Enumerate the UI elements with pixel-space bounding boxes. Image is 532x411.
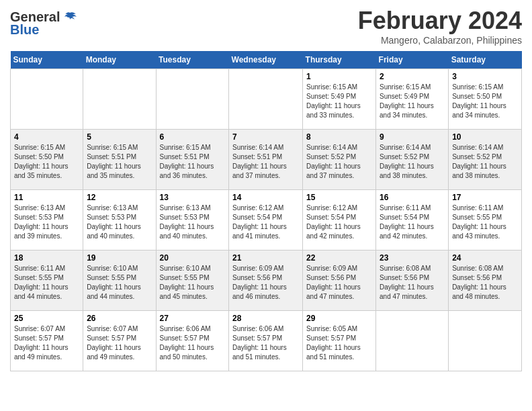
table-cell: 7Sunrise: 6:14 AM Sunset: 5:51 PM Daylig… (229, 130, 303, 190)
day-number: 24 (452, 253, 518, 263)
header-saturday: Saturday (449, 51, 522, 69)
calendar-week-row: 25Sunrise: 6:07 AM Sunset: 5:57 PM Dayli… (11, 311, 522, 371)
day-info: Sunrise: 6:15 AM Sunset: 5:51 PM Dayligh… (160, 143, 226, 181)
day-info: Sunrise: 6:10 AM Sunset: 5:55 PM Dayligh… (160, 264, 226, 302)
day-info: Sunrise: 6:10 AM Sunset: 5:55 PM Dayligh… (87, 264, 152, 302)
table-cell: 8Sunrise: 6:14 AM Sunset: 5:52 PM Daylig… (303, 130, 376, 190)
table-cell: 28Sunrise: 6:06 AM Sunset: 5:57 PM Dayli… (229, 311, 303, 371)
day-info: Sunrise: 6:13 AM Sunset: 5:53 PM Dayligh… (87, 203, 152, 241)
day-number: 27 (160, 314, 226, 323)
table-cell: 24Sunrise: 6:08 AM Sunset: 5:56 PM Dayli… (449, 250, 522, 311)
table-cell (449, 311, 522, 371)
day-info: Sunrise: 6:07 AM Sunset: 5:57 PM Dayligh… (14, 324, 79, 362)
day-info: Sunrise: 6:09 AM Sunset: 5:56 PM Dayligh… (306, 264, 372, 302)
table-cell: 27Sunrise: 6:06 AM Sunset: 5:57 PM Dayli… (156, 311, 229, 371)
table-cell: 16Sunrise: 6:11 AM Sunset: 5:54 PM Dayli… (376, 190, 449, 250)
day-number: 15 (306, 193, 372, 202)
day-info: Sunrise: 6:13 AM Sunset: 5:53 PM Dayligh… (14, 203, 79, 241)
table-cell: 10Sunrise: 6:14 AM Sunset: 5:52 PM Dayli… (449, 130, 522, 190)
day-info: Sunrise: 6:12 AM Sunset: 5:54 PM Dayligh… (306, 203, 372, 241)
day-number: 5 (87, 132, 152, 142)
day-number: 23 (380, 253, 445, 263)
header-friday: Friday (376, 51, 449, 69)
table-cell: 13Sunrise: 6:13 AM Sunset: 5:53 PM Dayli… (156, 190, 229, 250)
calendar-week-row: 4Sunrise: 6:15 AM Sunset: 5:50 PM Daylig… (11, 130, 522, 190)
table-cell (83, 69, 156, 130)
calendar-table: Sunday Monday Tuesday Wednesday Thursday… (10, 51, 522, 371)
day-number: 9 (380, 132, 445, 142)
day-number: 7 (232, 132, 299, 142)
table-cell (156, 69, 229, 130)
table-cell: 22Sunrise: 6:09 AM Sunset: 5:56 PM Dayli… (303, 250, 376, 311)
day-info: Sunrise: 6:06 AM Sunset: 5:57 PM Dayligh… (160, 324, 226, 362)
day-number: 21 (232, 253, 299, 263)
table-cell (11, 69, 83, 130)
table-cell: 25Sunrise: 6:07 AM Sunset: 5:57 PM Dayli… (11, 311, 83, 371)
table-cell: 5Sunrise: 6:15 AM Sunset: 5:51 PM Daylig… (83, 130, 156, 190)
day-info: Sunrise: 6:11 AM Sunset: 5:54 PM Dayligh… (380, 203, 445, 241)
calendar-week-row: 18Sunrise: 6:11 AM Sunset: 5:55 PM Dayli… (11, 250, 522, 311)
day-number: 18 (14, 253, 79, 263)
day-number: 14 (232, 193, 299, 202)
day-info: Sunrise: 6:06 AM Sunset: 5:57 PM Dayligh… (232, 324, 299, 362)
day-info: Sunrise: 6:11 AM Sunset: 5:55 PM Dayligh… (452, 203, 518, 241)
day-number: 2 (380, 72, 445, 81)
day-info: Sunrise: 6:15 AM Sunset: 5:49 PM Dayligh… (306, 83, 372, 120)
day-number: 25 (14, 314, 79, 323)
day-number: 20 (160, 253, 226, 263)
day-number: 8 (306, 132, 372, 142)
table-cell: 20Sunrise: 6:10 AM Sunset: 5:55 PM Dayli… (156, 250, 229, 311)
day-info: Sunrise: 6:15 AM Sunset: 5:49 PM Dayligh… (380, 83, 445, 120)
day-info: Sunrise: 6:15 AM Sunset: 5:51 PM Dayligh… (87, 143, 152, 181)
location-subtitle: Mangero, Calabarzon, Philippines (358, 35, 522, 46)
calendar-week-row: 1Sunrise: 6:15 AM Sunset: 5:49 PM Daylig… (11, 69, 522, 130)
day-number: 22 (306, 253, 372, 263)
day-info: Sunrise: 6:07 AM Sunset: 5:57 PM Dayligh… (87, 324, 152, 362)
day-number: 29 (306, 314, 372, 323)
day-info: Sunrise: 6:08 AM Sunset: 5:56 PM Dayligh… (380, 264, 445, 302)
table-cell: 3Sunrise: 6:15 AM Sunset: 5:50 PM Daylig… (449, 69, 522, 130)
header-tuesday: Tuesday (156, 51, 229, 69)
table-cell: 9Sunrise: 6:14 AM Sunset: 5:52 PM Daylig… (376, 130, 449, 190)
day-info: Sunrise: 6:14 AM Sunset: 5:52 PM Dayligh… (452, 143, 518, 181)
table-cell: 11Sunrise: 6:13 AM Sunset: 5:53 PM Dayli… (11, 190, 83, 250)
day-info: Sunrise: 6:13 AM Sunset: 5:53 PM Dayligh… (160, 203, 226, 241)
day-info: Sunrise: 6:08 AM Sunset: 5:56 PM Dayligh… (452, 264, 518, 302)
calendar-week-row: 11Sunrise: 6:13 AM Sunset: 5:53 PM Dayli… (11, 190, 522, 250)
table-cell: 26Sunrise: 6:07 AM Sunset: 5:57 PM Dayli… (83, 311, 156, 371)
table-cell (376, 311, 449, 371)
header-monday: Monday (83, 51, 156, 69)
day-number: 28 (232, 314, 299, 323)
day-info: Sunrise: 6:05 AM Sunset: 5:57 PM Dayligh… (306, 324, 372, 362)
day-info: Sunrise: 6:11 AM Sunset: 5:55 PM Dayligh… (14, 264, 79, 302)
table-cell: 1Sunrise: 6:15 AM Sunset: 5:49 PM Daylig… (303, 69, 376, 130)
table-cell: 29Sunrise: 6:05 AM Sunset: 5:57 PM Dayli… (303, 311, 376, 371)
day-info: Sunrise: 6:14 AM Sunset: 5:52 PM Dayligh… (306, 143, 372, 181)
table-cell: 15Sunrise: 6:12 AM Sunset: 5:54 PM Dayli… (303, 190, 376, 250)
day-number: 16 (380, 193, 445, 202)
day-number: 1 (306, 72, 372, 81)
day-number: 3 (452, 72, 518, 81)
table-cell: 6Sunrise: 6:15 AM Sunset: 5:51 PM Daylig… (156, 130, 229, 190)
table-cell: 4Sunrise: 6:15 AM Sunset: 5:50 PM Daylig… (11, 130, 83, 190)
table-cell: 17Sunrise: 6:11 AM Sunset: 5:55 PM Dayli… (449, 190, 522, 250)
day-number: 19 (87, 253, 152, 263)
day-number: 26 (87, 314, 152, 323)
table-cell: 19Sunrise: 6:10 AM Sunset: 5:55 PM Dayli… (83, 250, 156, 311)
day-number: 10 (452, 132, 518, 142)
day-info: Sunrise: 6:14 AM Sunset: 5:51 PM Dayligh… (232, 143, 299, 181)
day-number: 17 (452, 193, 518, 202)
month-title: February 2024 (358, 7, 522, 35)
logo: General Blue (10, 9, 77, 38)
logo-bird-icon (62, 11, 77, 24)
table-cell: 2Sunrise: 6:15 AM Sunset: 5:49 PM Daylig… (376, 69, 449, 130)
day-info: Sunrise: 6:15 AM Sunset: 5:50 PM Dayligh… (452, 83, 518, 120)
header-wednesday: Wednesday (229, 51, 303, 69)
table-cell: 23Sunrise: 6:08 AM Sunset: 5:56 PM Dayli… (376, 250, 449, 311)
header-thursday: Thursday (303, 51, 376, 69)
logo-blue-text: Blue (10, 22, 39, 38)
table-cell: 21Sunrise: 6:09 AM Sunset: 5:56 PM Dayli… (229, 250, 303, 311)
table-cell: 18Sunrise: 6:11 AM Sunset: 5:55 PM Dayli… (11, 250, 83, 311)
day-number: 11 (14, 193, 79, 202)
day-number: 13 (160, 193, 226, 202)
